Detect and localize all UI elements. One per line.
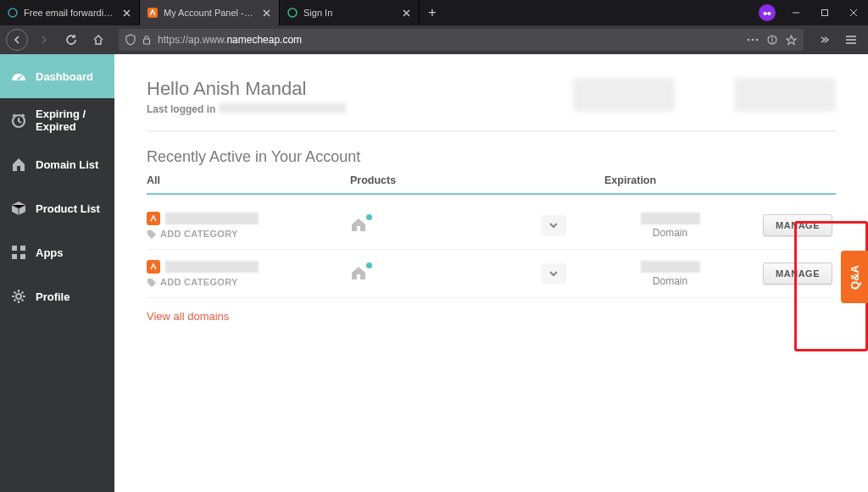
bookmark-icon[interactable] bbox=[786, 35, 797, 46]
sidebar-item-expiring[interactable]: Expiring / Expired bbox=[0, 98, 114, 142]
minimize-button[interactable] bbox=[782, 0, 810, 25]
shield-icon bbox=[125, 34, 136, 46]
url-text: https://ap.www.namecheap.com bbox=[158, 34, 302, 46]
chevron-down-icon bbox=[548, 221, 559, 229]
svg-rect-24 bbox=[20, 254, 25, 259]
tag-icon bbox=[147, 278, 157, 287]
section-title: Recently Active in Your Account bbox=[147, 148, 836, 166]
svg-rect-27 bbox=[357, 274, 360, 279]
qa-tab[interactable]: Q&A bbox=[841, 251, 868, 303]
page: Dashboard Expiring / Expired Domain List… bbox=[0, 54, 868, 492]
incognito-icon bbox=[753, 4, 782, 21]
sidebar-item-domain-list[interactable]: Domain List bbox=[0, 142, 114, 186]
more-icon[interactable] bbox=[747, 38, 759, 41]
tab-bar: Free email forwarding with Na My Account… bbox=[0, 0, 868, 25]
menu-button[interactable] bbox=[839, 28, 863, 52]
sidebar-item-label: Dashboard bbox=[36, 70, 93, 83]
close-icon[interactable] bbox=[400, 7, 412, 19]
tab-favicon-icon bbox=[287, 7, 298, 19]
lock-icon bbox=[142, 35, 151, 45]
sidebar-item-label: Profile bbox=[36, 290, 70, 303]
house-icon bbox=[10, 156, 27, 173]
reader-icon[interactable] bbox=[767, 35, 777, 45]
column-products: Products bbox=[350, 174, 604, 186]
svg-point-4 bbox=[768, 12, 771, 15]
sidebar: Dashboard Expiring / Expired Domain List… bbox=[0, 54, 114, 492]
svg-rect-20 bbox=[17, 166, 20, 171]
gauge-icon bbox=[10, 68, 27, 85]
sidebar-item-label: Apps bbox=[36, 246, 64, 259]
namecheap-icon bbox=[147, 260, 160, 274]
expiration-blurred bbox=[641, 213, 700, 224]
view-all-domains-link[interactable]: View all domains bbox=[147, 310, 229, 323]
box-icon bbox=[10, 200, 27, 217]
forward-button[interactable] bbox=[32, 28, 56, 52]
namecheap-icon bbox=[147, 212, 160, 225]
svg-point-9 bbox=[748, 39, 750, 41]
add-category-button[interactable]: ADD CATEGORY bbox=[147, 277, 350, 287]
column-all: All bbox=[147, 174, 350, 186]
product-house-icon bbox=[350, 217, 369, 234]
back-button[interactable] bbox=[5, 28, 29, 52]
svg-point-11 bbox=[756, 39, 759, 41]
expand-button[interactable] bbox=[541, 263, 566, 284]
clock-icon bbox=[10, 112, 27, 129]
close-window-button[interactable] bbox=[839, 0, 868, 25]
sidebar-item-dashboard[interactable]: Dashboard bbox=[0, 54, 114, 98]
svg-rect-5 bbox=[766, 14, 768, 14]
product-house-icon bbox=[350, 265, 369, 282]
browser-chrome: Free email forwarding with Na My Account… bbox=[0, 0, 868, 54]
svg-point-25 bbox=[16, 294, 21, 299]
tab-title: Free email forwarding with Na bbox=[24, 8, 115, 18]
svg-point-2 bbox=[288, 8, 297, 17]
svg-rect-26 bbox=[357, 226, 360, 231]
add-category-button[interactable]: ADD CATEGORY bbox=[147, 229, 350, 239]
grid-icon bbox=[10, 244, 27, 261]
expand-button[interactable] bbox=[541, 215, 566, 235]
browser-tab[interactable]: Free email forwarding with Na bbox=[0, 0, 140, 25]
manage-button[interactable]: MANAGE bbox=[763, 263, 832, 285]
chevron-down-icon bbox=[548, 269, 559, 278]
gear-icon bbox=[10, 288, 27, 305]
svg-point-10 bbox=[752, 39, 754, 41]
svg-rect-8 bbox=[144, 39, 150, 44]
table-header: All Products Expiration bbox=[147, 174, 836, 195]
sidebar-item-apps[interactable]: Apps bbox=[0, 230, 114, 274]
manage-button[interactable]: MANAGE bbox=[763, 214, 832, 236]
tab-title: My Account Panel - Namecheap bbox=[164, 8, 255, 18]
sidebar-item-label: Product List bbox=[36, 202, 100, 215]
svg-rect-22 bbox=[20, 246, 25, 251]
table-row: ADD CATEGORY Domain MANAGE bbox=[147, 250, 836, 298]
browser-tab[interactable]: Sign In bbox=[280, 0, 420, 25]
last-logged-label: Last logged in bbox=[147, 103, 346, 115]
page-title: Hello Anish Mandal bbox=[147, 78, 346, 100]
url-bar[interactable]: https://ap.www.namecheap.com bbox=[119, 29, 804, 51]
home-button[interactable] bbox=[86, 28, 110, 52]
svg-rect-7 bbox=[822, 10, 828, 16]
svg-rect-23 bbox=[12, 254, 17, 259]
close-icon[interactable] bbox=[120, 7, 132, 19]
product-type-label: Domain bbox=[653, 275, 687, 287]
expiration-blurred bbox=[641, 261, 700, 273]
sidebar-item-label: Expiring / Expired bbox=[36, 108, 104, 133]
close-icon[interactable] bbox=[260, 7, 272, 19]
overflow-button[interactable] bbox=[812, 28, 836, 52]
domain-name-blurred bbox=[165, 213, 259, 224]
product-type-label: Domain bbox=[653, 227, 687, 239]
reload-button[interactable] bbox=[59, 28, 83, 52]
column-expiration: Expiration bbox=[604, 174, 736, 186]
table-row: ADD CATEGORY Domain MANAGE bbox=[147, 202, 836, 250]
sidebar-item-product-list[interactable]: Product List bbox=[0, 186, 114, 230]
tab-favicon-icon bbox=[147, 7, 159, 19]
main-content: Hello Anish Mandal Last logged in Recent… bbox=[114, 54, 868, 492]
sidebar-item-profile[interactable]: Profile bbox=[0, 274, 114, 318]
domain-name-blurred bbox=[165, 261, 259, 273]
svg-rect-21 bbox=[12, 246, 17, 251]
tag-icon bbox=[147, 229, 157, 239]
tab-favicon-icon bbox=[7, 7, 19, 19]
svg-point-0 bbox=[8, 8, 17, 17]
browser-tab[interactable]: My Account Panel - Namecheap bbox=[140, 0, 280, 25]
new-tab-button[interactable]: + bbox=[420, 0, 445, 25]
maximize-button[interactable] bbox=[810, 0, 839, 25]
tab-title: Sign In bbox=[303, 8, 395, 18]
